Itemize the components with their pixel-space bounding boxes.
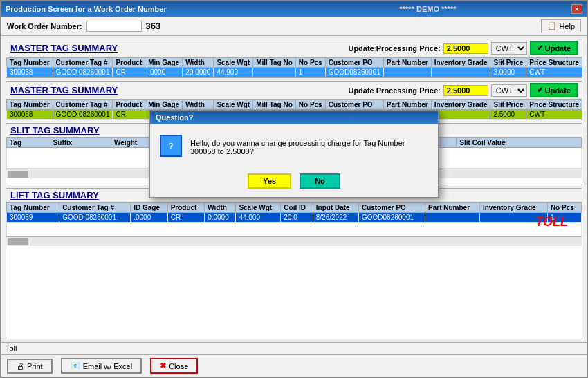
slit-tag-summary: SLIT TAG SUMMARY Tag Suffix Weight Steel… (6, 123, 582, 185)
col-part-number: Part Number (383, 58, 431, 68)
m2-cell-customer-tag: GOOD 08260001 (53, 110, 113, 120)
lift-col-coil-id: Coil ID (281, 203, 313, 213)
master2-header: MASTER TAG SUMMARY Update Processing Pri… (6, 82, 582, 100)
help-button[interactable]: 📋 Help (541, 19, 581, 32)
cell-slit-price: 3.0000 (490, 68, 526, 77)
col-scale-wgt: Scale Wgt (214, 58, 253, 68)
status-text: Toll (6, 344, 17, 352)
master1-table: Tag Number Customer Tag # Product Min Ga… (6, 57, 582, 77)
lift-col-customer-po: Customer PO (358, 203, 425, 213)
col-min-gage: Min Gage (145, 58, 183, 68)
printer-icon: 🖨 (17, 362, 24, 370)
cell-product: CR (113, 68, 145, 77)
master1-price-input[interactable] (443, 43, 488, 54)
lift-table-area: Tag Number Customer Tag # ID Gage Produc… (6, 202, 582, 236)
lift-cell-product: CR (167, 213, 204, 223)
lift-col-no-pcs: No Pcs (547, 203, 581, 213)
m2-col-no-pcs: No Pcs (295, 100, 325, 110)
wo-label: Work Order Number: (7, 22, 82, 30)
help-icon: 📋 (547, 21, 557, 30)
m2-cell-product: CR (113, 110, 145, 120)
m2-cell-price-structure: CWT (526, 110, 582, 120)
lift-col-part-number: Part Number (425, 203, 480, 213)
m2-col-min-gage: Min Gage (145, 100, 183, 110)
cell-mill-tag (253, 68, 296, 77)
dialog-question-icon: ? (160, 135, 182, 157)
master1-title: MASTER TAG SUMMARY (10, 43, 118, 53)
cell-customer-tag: GOOD 08260001 (53, 68, 113, 77)
m2-col-customer-tag: Customer Tag # (53, 100, 113, 110)
m2-col-part-number: Part Number (383, 100, 431, 110)
master2-unit-select[interactable]: CWT (491, 84, 527, 97)
col-customer-po: Customer PO (325, 58, 383, 68)
master1-price-label: Update Processing Price: (348, 44, 440, 53)
dialog-message: Hello, do you wanna change processing ch… (190, 135, 428, 155)
dialog-overlay: Question? ? Hello, do you wanna change p… (6, 124, 582, 185)
master1-update-button[interactable]: ✔ Update (530, 41, 578, 55)
window-title: Production Screen for a Work Order Numbe… (6, 5, 287, 13)
col-customer-tag: Customer Tag # (53, 58, 113, 68)
lift-cell-customer-po: GOOD08260001 (358, 213, 425, 223)
lift-cell-width: 0.0000 (205, 213, 236, 223)
m2-col-mill-tag: Mill Tag No (253, 100, 296, 110)
lift-col-inventory-grade: Inventory Grade (479, 203, 547, 213)
lift-data-row[interactable]: 300059 GOOD 08260001- .0000 CR 0.0000 44… (7, 213, 582, 223)
toolbar: Work Order Number: 363 📋 Help (1, 17, 587, 36)
m2-col-width: Width (183, 100, 214, 110)
master2-price-label: Update Processing Price: (348, 86, 440, 95)
lift-header-row: Tag Number Customer Tag # ID Gage Produc… (7, 203, 582, 213)
master2-header-row: Tag Number Customer Tag # Product Min Ga… (7, 100, 582, 110)
master1-unit-select[interactable]: CWT (491, 42, 527, 55)
lift-title: LIFT TAG SUMMARY (10, 190, 99, 200)
m2-cell-inventory-grade (431, 110, 490, 120)
dialog-title-bar: Question? (150, 111, 438, 124)
col-slit-price: Slit Price (490, 58, 526, 68)
close-window-button[interactable]: × (571, 4, 582, 14)
m2-col-customer-po: Customer PO (325, 100, 383, 110)
master-tag-summary-1: MASTER TAG SUMMARY Update Processing Pri… (6, 39, 582, 78)
m2-col-tag-number: Tag Number (7, 100, 53, 110)
bottom-bar: 🖨 Print 📧 Email w/ Excel ✖ Close (1, 354, 587, 377)
print-button[interactable]: 🖨 Print (7, 359, 53, 374)
dialog-yes-button[interactable]: Yes (248, 173, 291, 189)
cell-price-structure: CWT (526, 68, 582, 77)
status-bar: Toll (1, 342, 587, 354)
m2-cell-slit-price: 2.5000 (490, 110, 526, 120)
col-width: Width (183, 58, 214, 68)
dialog-no-button[interactable]: No (300, 173, 340, 189)
main-window: Production Screen for a Work Order Numbe… (0, 0, 588, 378)
cell-customer-po: GOOD08260001 (325, 68, 383, 77)
lift-scroll-thumb[interactable] (8, 238, 28, 245)
email-excel-button[interactable]: 📧 Email w/ Excel (61, 358, 143, 374)
question-dialog: Question? ? Hello, do you wanna change p… (149, 110, 439, 198)
wo-value: 363 (146, 21, 161, 31)
dialog-title-text: Question? (156, 113, 193, 122)
master1-table-area: Tag Number Customer Tag # Product Min Ga… (6, 57, 582, 77)
toll-label: TOLL (535, 215, 568, 229)
lift-cell-customer-tag: GOOD 08260001- (59, 213, 131, 223)
wo-input[interactable] (86, 21, 142, 32)
m2-col-product: Product (113, 100, 145, 110)
close-button[interactable]: ✖ Close (150, 358, 198, 374)
col-tag-number: Tag Number (7, 58, 53, 68)
col-mill-tag: Mill Tag No (253, 58, 296, 68)
lift-table: Tag Number Customer Tag # ID Gage Produc… (6, 202, 582, 236)
lift-cell-part-number (425, 213, 480, 223)
master1-header-row: Tag Number Customer Tag # Product Min Ga… (7, 58, 582, 68)
master2-price-input[interactable] (443, 85, 488, 96)
lift-horizontal-scrollbar[interactable] (6, 236, 582, 246)
master2-title: MASTER TAG SUMMARY (10, 85, 118, 95)
master1-data-row[interactable]: 300058 GOOD 08260001 CR .0000 20.0000 44… (7, 68, 582, 77)
master1-header: MASTER TAG SUMMARY Update Processing Pri… (6, 39, 582, 57)
title-bar: Production Screen for a Work Order Numbe… (1, 1, 587, 17)
master1-price-area: Update Processing Price: CWT ✔ Update (348, 41, 578, 55)
master2-update-button[interactable]: ✔ Update (530, 83, 578, 97)
master2-price-area: Update Processing Price: CWT ✔ Update (348, 83, 578, 97)
dialog-buttons: Yes No (150, 168, 438, 197)
col-no-pcs: No Pcs (295, 58, 325, 68)
cell-part-number (383, 68, 431, 77)
main-content: MASTER TAG SUMMARY Update Processing Pri… (1, 36, 587, 342)
lift-col-customer-tag: Customer Tag # (59, 203, 131, 213)
lift-cell-id-gage: .0000 (131, 213, 167, 223)
close-x-icon: ✖ (160, 361, 166, 370)
